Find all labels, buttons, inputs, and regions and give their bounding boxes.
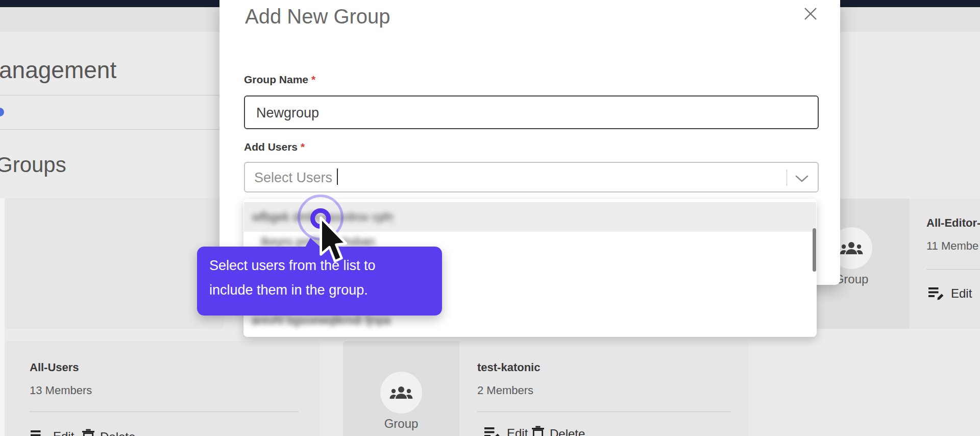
- delete-label: Delete: [100, 430, 135, 436]
- edit-label: Edit: [53, 429, 74, 436]
- chevron-down-icon[interactable]: [795, 175, 809, 183]
- trash-icon: [531, 426, 545, 436]
- header-divider: [0, 95, 219, 95]
- edit-note-icon: [483, 426, 502, 436]
- tooltip-text-line2: include them in the group.: [209, 282, 368, 298]
- group-avatar-pane: Group: [343, 341, 459, 436]
- group-card: All-Users 13 Members Edit Delete: [5, 341, 320, 436]
- group-name-label-text: Group Name: [244, 74, 308, 85]
- tooltip-text-line1: Select users from the list to: [209, 258, 376, 274]
- delete-label: Delete: [550, 427, 585, 436]
- card-divider: [30, 411, 299, 412]
- group-name: All-Editor-: [926, 216, 980, 230]
- edit-label: Edit: [951, 286, 972, 301]
- cropped-blue-icon: [0, 108, 4, 116]
- edit-label: Edit: [507, 426, 528, 436]
- delete-button[interactable]: Delete: [81, 429, 135, 436]
- group-name: All-Users: [30, 361, 79, 374]
- edit-note-icon: [927, 286, 946, 301]
- required-asterisk: *: [301, 141, 305, 153]
- text-caret: [337, 168, 338, 185]
- edit-button[interactable]: Edit: [30, 429, 74, 436]
- modal-title: Add New Group: [245, 5, 390, 28]
- page-title: anagement: [0, 56, 116, 84]
- groups-section-title: Groups: [0, 153, 66, 177]
- card-divider: [477, 411, 731, 412]
- delete-button[interactable]: Delete: [531, 426, 585, 436]
- group-card: Group test-katonic 2 Members Edit Delete: [343, 341, 749, 436]
- group-members-count: 2 Members: [477, 384, 533, 397]
- select-users-placeholder: Select Users: [254, 170, 332, 186]
- input-divider: [787, 169, 787, 186]
- required-asterisk: *: [311, 74, 315, 85]
- group-name-input[interactable]: [244, 95, 819, 129]
- edit-button[interactable]: Edit: [483, 426, 528, 436]
- group-avatar-label: Group: [343, 417, 459, 431]
- group-avatar: [380, 372, 422, 414]
- group-members-count: 13 Members: [30, 384, 92, 397]
- left-edge-strip: [0, 198, 5, 436]
- groups-management-screen: { "colors": { "topbar": "#161d2e", "acce…: [0, 0, 980, 436]
- groups-icon: [389, 384, 413, 401]
- group-name-label: Group Name*: [244, 74, 315, 86]
- group-card: All-Owner-Admin 11 Members Edit Delete: [5, 198, 224, 329]
- trash-icon: [81, 429, 95, 436]
- group-name-value: Newgroup: [256, 105, 319, 121]
- group-name: test-katonic: [477, 361, 540, 374]
- edit-button[interactable]: Edit: [927, 286, 972, 301]
- card-divider: [926, 269, 980, 270]
- mouse-cursor: [318, 216, 350, 265]
- masked-user-email: arevhl bgsoewqtkmdi fjnpa: [252, 313, 398, 327]
- groups-icon: [839, 240, 864, 256]
- edit-note-icon: [30, 429, 48, 436]
- group-members-count: 11 Membe: [926, 239, 978, 253]
- tabs-divider: [0, 129, 219, 130]
- add-users-label: Add Users*: [244, 141, 305, 153]
- add-users-label-text: Add Users: [244, 141, 298, 153]
- close-icon[interactable]: [804, 7, 817, 20]
- dropdown-scrollbar[interactable]: [813, 228, 816, 272]
